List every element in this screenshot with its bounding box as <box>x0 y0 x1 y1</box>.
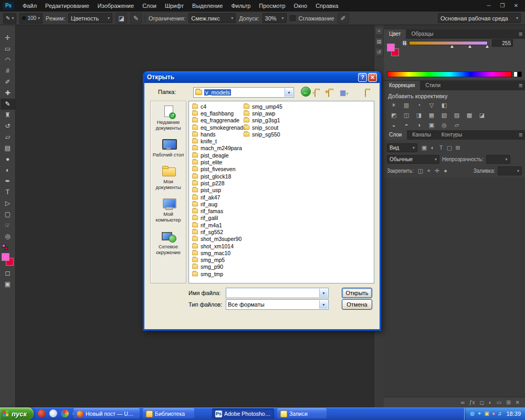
list-item[interactable]: rif_m4a1 <box>192 222 246 228</box>
close-icon[interactable]: ✕ <box>509 0 523 12</box>
list-item[interactable]: rif_ak47 <box>192 194 246 201</box>
adjustment-icon[interactable]: ◨ <box>414 111 424 119</box>
quick-launch-icon[interactable] <box>49 410 57 417</box>
white-swatch[interactable] <box>513 71 518 77</box>
list-item[interactable]: shot_xm1014 <box>192 243 246 249</box>
move-tool[interactable]: ✛ <box>1 33 15 44</box>
tab-paths[interactable]: Контуры <box>436 130 467 140</box>
list-item[interactable]: rif_sg552 <box>192 228 246 235</box>
layer-filter-icon[interactable]: T <box>437 144 445 151</box>
panel-menu-icon[interactable]: ≣ <box>519 81 523 90</box>
list-item[interactable]: rif_famas <box>192 207 246 214</box>
slider-thumb-icon[interactable] <box>486 45 489 48</box>
list-item[interactable]: shot_m3super90 <box>192 236 246 243</box>
menu-item[interactable]: Изображение <box>93 0 138 12</box>
collapsed-panel-icon[interactable]: ↺ <box>375 48 383 56</box>
list-item[interactable]: pist_glock18 <box>192 173 246 180</box>
chevron-down-icon[interactable]: ▼ <box>319 300 328 309</box>
quick-launch-icon[interactable] <box>61 410 69 417</box>
lock-icon[interactable]: ◫ <box>416 167 425 174</box>
list-item[interactable]: mach_m249para <box>192 145 246 152</box>
tray-icon[interactable]: ● <box>492 407 495 420</box>
list-item[interactable]: smg_p90 <box>192 264 246 270</box>
opacity-dropdown[interactable]: ▾ <box>486 155 510 164</box>
antialias-checkbox[interactable] <box>290 15 296 21</box>
up-folder-button[interactable]: ↑ <box>314 90 316 97</box>
collapsed-panel-icon[interactable]: ▤ <box>375 37 383 46</box>
adjustment-icon[interactable]: ◩ <box>389 111 398 119</box>
menu-item[interactable]: Редактирование <box>41 0 93 12</box>
screen-mode-button[interactable]: ▣ <box>1 279 15 290</box>
list-item[interactable]: smg_mp5 <box>192 257 246 264</box>
minimize-icon[interactable]: ─ <box>482 0 496 12</box>
expand-panels-icon[interactable]: « <box>375 27 383 35</box>
list-item[interactable]: smg_ump45 <box>243 103 282 110</box>
tab-color[interactable]: Цвет <box>384 29 406 39</box>
close-icon[interactable]: ✕ <box>368 73 377 82</box>
adjustment-icon[interactable]: ▥ <box>402 101 411 109</box>
list-item[interactable]: pist_deagle <box>192 152 246 159</box>
brush-size-picker[interactable]: 100 ▾ <box>19 13 43 24</box>
opacity-pressure-icon[interactable]: ◪ <box>116 13 127 24</box>
adjustment-icon[interactable]: ▦ <box>427 111 436 119</box>
list-item[interactable]: snip_awp <box>243 110 282 117</box>
workspace-dropdown[interactable]: Основная рабочая среда ▾ <box>438 13 521 23</box>
list-item[interactable]: eq_flashbang <box>192 110 246 117</box>
foreground-swatch[interactable] <box>2 253 9 261</box>
menu-item[interactable]: Файл <box>18 0 41 12</box>
adjustment-icon[interactable]: ▧ <box>439 111 449 119</box>
cancel-button[interactable]: Отмена <box>342 299 372 310</box>
dialog-titlebar[interactable]: Открыть ? ✕ <box>144 71 380 83</box>
layers-action-icon[interactable]: ⊞ <box>506 400 510 405</box>
volume-icon[interactable]: ♫ <box>498 407 502 420</box>
place-my-documents[interactable]: Мои документы <box>151 165 186 190</box>
blur-tool[interactable]: ● <box>1 154 15 165</box>
chevron-down-icon[interactable]: ▼ <box>319 289 328 297</box>
open-button[interactable]: Открыть <box>342 288 372 298</box>
lock-icon[interactable]: ✛ <box>433 167 442 174</box>
list-item[interactable]: eq_fraggrenade <box>192 117 246 124</box>
lock-icon[interactable]: ● <box>442 167 450 174</box>
layers-action-icon[interactable]: ✕ <box>516 400 520 405</box>
adjustment-icon[interactable]: ☀ <box>389 101 398 109</box>
filename-input[interactable]: ▼ <box>226 288 329 298</box>
shape-tool[interactable]: ▢ <box>1 209 15 220</box>
file-list[interactable]: c4 eq_flashbang eq_fraggrenade eq_smokeg… <box>188 101 374 284</box>
list-item[interactable]: smg_tmp <box>192 270 246 277</box>
eyedropper-tool[interactable]: ✐ <box>1 77 15 88</box>
menu-item[interactable]: Шрифт <box>161 0 188 12</box>
layers-action-icon[interactable]: ◻ <box>479 400 484 405</box>
panel-menu-icon[interactable]: ≣ <box>519 29 523 39</box>
hand-tool[interactable]: ☞ <box>1 220 15 231</box>
list-item[interactable]: pist_usp <box>192 187 246 194</box>
adjustment-icon[interactable]: ▣ <box>427 121 436 129</box>
airbrush-icon[interactable]: ✎ <box>130 13 142 24</box>
black-swatch[interactable] <box>518 71 522 77</box>
channel-value[interactable]: 255 <box>492 39 513 47</box>
adjustment-icon[interactable]: ◧ <box>439 101 449 109</box>
place-network[interactable]: Сетевое окружение <box>151 230 186 255</box>
start-button[interactable]: пуск <box>0 407 34 420</box>
tray-icon[interactable]: ✦ <box>477 407 481 420</box>
list-item[interactable]: rif_aug <box>192 201 246 207</box>
tab-styles[interactable]: Стили <box>420 81 446 90</box>
fill-dropdown[interactable]: ▾ <box>498 166 522 175</box>
help-icon[interactable]: ? <box>358 73 367 82</box>
adjustment-icon[interactable]: ◓ <box>402 121 411 129</box>
list-item[interactable]: snip_sg550 <box>243 131 282 138</box>
tray-icon[interactable]: ▣ <box>484 407 489 420</box>
folder-dropdown[interactable]: v_models ▼ <box>193 87 294 98</box>
panel-menu-icon[interactable]: ≣ <box>519 130 523 140</box>
menu-item[interactable]: Фильтр <box>227 0 255 12</box>
menu-item[interactable]: Окно <box>290 0 312 12</box>
channel-slider[interactable] <box>409 41 488 45</box>
folder-icon[interactable] <box>365 90 366 97</box>
gradient-tool[interactable]: ▤ <box>1 143 15 154</box>
path-selection-tool[interactable]: ▷ <box>1 198 15 209</box>
color-spectrum-bar[interactable] <box>387 71 512 77</box>
list-item[interactable]: eq_smokegrenade <box>192 124 246 131</box>
chevron-down-icon[interactable]: ▼ <box>285 88 293 97</box>
list-item[interactable]: pist_elite <box>192 159 246 165</box>
clone-stamp-tool[interactable]: ♜ <box>1 110 15 121</box>
marquee-tool[interactable]: ▭ <box>1 44 15 55</box>
